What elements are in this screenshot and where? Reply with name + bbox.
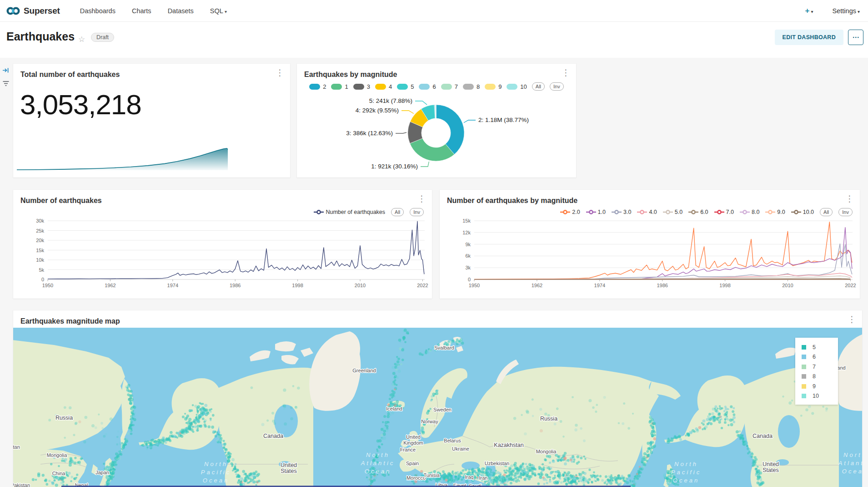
pie-legend-item-7[interactable]: 7 [441,83,458,90]
map-label-sweden: Sweden [433,407,452,412]
chart-kebab-menu[interactable]: ⋮ [846,315,858,324]
pie-legend-item-10[interactable]: 10 [507,83,527,90]
map-legend-item-6[interactable]: 6 [802,352,838,362]
legend-inv-pill[interactable]: Inv [550,82,564,91]
ocean-label: North [366,451,390,458]
map-label-morocco: Morocco [406,475,426,481]
svg-text:1950: 1950 [469,283,480,288]
legend-swatch [463,84,474,90]
chevron-down-icon: ▾ [225,9,227,14]
legend-swatch [419,84,430,90]
map-legend-item-5[interactable]: 5 [802,342,838,352]
ocean-label: North [843,451,862,458]
filter-icon[interactable] [2,80,10,87]
new-item-button[interactable]: +▾ [805,6,813,15]
chart-kebab-menu[interactable]: ⋮ [274,69,286,77]
pie-legend-item-3[interactable]: 3 [353,83,370,90]
pie-legend-item-1[interactable]: 1 [331,83,348,90]
line-chart[interactable]: 03k6k9k12k15k195019621974198619982010202… [440,190,860,299]
nav-item-sql[interactable]: SQL▾ [210,7,227,15]
settings-menu[interactable]: Settings▾ [833,7,860,15]
svg-text:0: 0 [468,277,471,282]
legend-swatch [507,84,517,90]
pie-legend-item-8[interactable]: 8 [463,83,480,90]
chart-title: Earthquakes by magnitude [297,64,576,79]
pie-legend: 21345678910AllInv [297,82,576,91]
draft-badge: Draft [91,33,114,42]
donut-chart[interactable]: 2: 1.18M (38.77%)1: 921k (30.16%)3: 386k… [297,92,576,177]
edit-dashboard-button[interactable]: EDIT DASHBOARD [775,30,843,45]
map-legend-item-9[interactable]: 9 [802,381,838,391]
svg-text:2022: 2022 [845,283,856,288]
nav-item-charts[interactable]: Charts [132,7,151,15]
svg-text:6k: 6k [465,253,471,259]
map-label-united: UnitedStates [281,462,297,474]
map-label-greenland: Greenland [352,368,376,373]
svg-text:1998: 1998 [292,283,303,288]
page-title: Earthquakes [6,30,75,43]
map-legend-item-7[interactable]: 7 [802,362,838,372]
map-label-spain: Spain [406,461,419,466]
map-label-iran: Iran [479,475,488,481]
legend-swatch [441,84,452,90]
legend-swatch [353,84,364,90]
chevron-down-icon: ▾ [858,9,860,14]
legend-swatch [802,355,806,359]
map-legend-item-8[interactable]: 8 [802,372,838,382]
svg-text:15k: 15k [462,218,471,223]
dashboard-header: Earthquakes ☆ Draft EDIT DASHBOARD ⋯ [0,22,868,58]
line-chart[interactable]: 05k10k15k20k25k30k1950196219741986199820… [13,190,432,299]
infinity-logo-icon [6,6,20,16]
map-label-kazakhstan: Kazakhstan [13,444,20,450]
svg-text:1950: 1950 [42,283,53,288]
map-label-iceland: Iceland [386,406,402,411]
map-label-svalbard: Svalbard [434,345,454,350]
chart-title: Total number of earthquakes [13,64,290,79]
map-legend-item-10[interactable]: 10 [802,391,838,401]
svg-text:1974: 1974 [167,283,178,288]
svg-text:1962: 1962 [532,283,542,288]
nav-item-datasets[interactable]: Datasets [168,7,194,15]
world-map[interactable]: NorthPacificOceanNorthAtlanticOceanNorth… [13,328,862,487]
legend-swatch [802,384,806,389]
chart-kebab-menu[interactable]: ⋮ [560,69,572,77]
nav-item-dashboards[interactable]: Dashboards [80,7,115,15]
map-label-tunisia: Tunisia [423,472,440,478]
pie-legend-item-5[interactable]: 5 [397,83,414,90]
series-1.0 [474,228,852,279]
ocean-label: Ocean [203,477,229,484]
legend-swatch [397,84,408,90]
favorite-star-icon[interactable]: ☆ [78,35,85,44]
nav-menu: DashboardsChartsDatasetsSQL▾ [80,7,227,15]
svg-text:15k: 15k [36,248,44,253]
map-label-canada: Canada [263,433,283,439]
card-earthquakes-by-magnitude: Earthquakes by magnitude ⋮ 21345678910Al… [297,64,576,178]
pie-legend-item-2[interactable]: 2 [309,83,326,90]
card-earthquakes-magnitude-map: Earthquakes magnitude map ⋮ NorthPacific… [13,310,862,487]
series-2.0 [474,222,852,279]
card-number-of-earthquakes: Number of earthquakes ⋮ Number of earthq… [13,190,432,299]
legend-swatch [331,84,342,90]
svg-text:30k: 30k [36,218,44,223]
svg-text:3k: 3k [465,265,471,270]
svg-text:5k: 5k [39,267,44,273]
pie-callout-label: 1: 921k (30.16%) [371,163,418,170]
svg-text:9k: 9k [465,242,471,247]
ocean-label: Ocean [842,468,862,475]
map-label-united: UnitedKingdom [403,434,423,446]
legend-all-pill[interactable]: All [532,82,545,91]
ocean-label: Pacific [201,469,231,476]
pie-legend-item-6[interactable]: 6 [419,83,436,90]
superset-logo[interactable]: Superset [6,6,60,16]
svg-text:1986: 1986 [657,283,667,288]
map-canvas[interactable]: NorthPacificOceanNorthAtlanticOceanNorth… [13,328,862,487]
pie-legend-item-4[interactable]: 4 [375,83,392,90]
map-label-russia: Russia [55,415,73,421]
expand-filter-bar-icon[interactable] [2,67,10,74]
dashboard-more-button[interactable]: ⋯ [848,30,863,45]
map-legend: 5678910 [795,338,838,405]
chart-title: Earthquakes magnitude map [13,310,862,325]
ocean-label: North [674,461,698,467]
brand-name: Superset [24,6,60,16]
pie-legend-item-9[interactable]: 9 [485,83,502,90]
